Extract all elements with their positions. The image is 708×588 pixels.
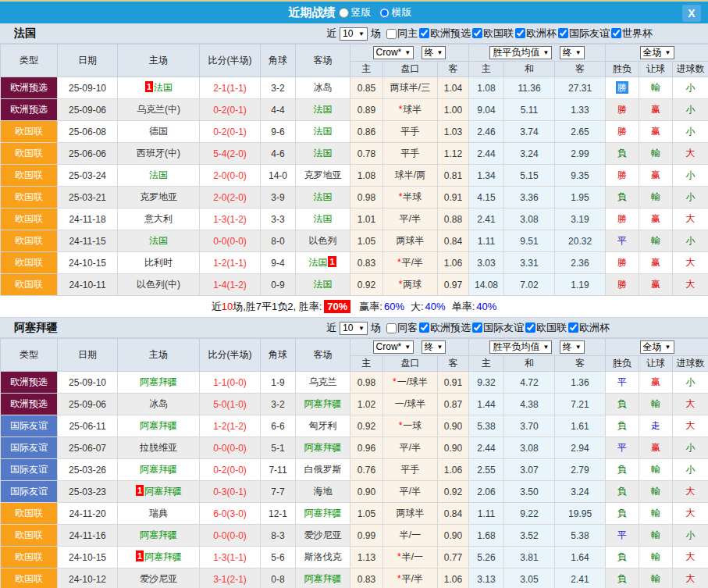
- same-venue-filter[interactable]: 同客: [385, 321, 418, 335]
- league-filter-checkbox[interactable]: [419, 323, 429, 333]
- league-filter[interactable]: 欧洲杯: [567, 321, 610, 335]
- same-venue-filter[interactable]: 同主: [385, 27, 418, 41]
- odds-company-value: Crow*: [376, 341, 402, 352]
- corner-cell: 3-9: [261, 187, 296, 208]
- same-venue-label: 同客: [397, 321, 418, 335]
- league-filter[interactable]: 欧洲杯: [514, 27, 557, 41]
- avg-select[interactable]: 胜平负均值▼: [489, 46, 552, 59]
- avg-final-value: 终: [563, 340, 572, 354]
- score-cell: 1-2(1-2): [200, 415, 261, 437]
- team-rank-badge: 1: [136, 485, 144, 496]
- team-name: 比利时: [144, 257, 173, 268]
- result-cell: 勝: [606, 165, 639, 187]
- match-row: 欧国联24-10-15比利时1-2(1-1)9-4法国10.83*平/半1.06…: [1, 252, 708, 274]
- col-score: 比分(半场): [200, 45, 261, 77]
- avg-final-select[interactable]: 终▼: [560, 46, 585, 59]
- home-odds-cell: 1.02: [350, 394, 383, 415]
- line-text: 两球半/三: [390, 82, 430, 93]
- line-text: 一/球半: [397, 376, 428, 387]
- match-row: 欧国联25-03-21克罗地亚2-0(2-0)3-9法国0.98*半球0.914…: [1, 187, 708, 208]
- line-text: 两球半: [397, 235, 425, 246]
- league-filter-checkbox[interactable]: [515, 28, 525, 38]
- layout-radio-vertical[interactable]: 竖版: [339, 5, 372, 20]
- france-section-header: 法国 近 10 ▼ 场 同主 欧洲预选欧国联欧洲杯国际友谊世界杯: [0, 23, 708, 44]
- date-cell: 25-09-06: [58, 394, 118, 415]
- league-filter[interactable]: 欧洲预选: [418, 321, 471, 335]
- vertical-radio[interactable]: [339, 8, 349, 18]
- avg-draw-cell: 3.05: [504, 568, 555, 588]
- odds-final-select[interactable]: 终▼: [422, 46, 447, 59]
- league-filter-checkbox[interactable]: [611, 28, 621, 38]
- league-filter[interactable]: 欧国联: [524, 321, 567, 335]
- result-cell: 負: [606, 415, 639, 437]
- team-name: 德国: [149, 126, 168, 137]
- match-row: 欧国联24-11-20瑞典6-0(3-0)12-1阿塞拜疆1.05两球半0.84…: [1, 503, 708, 525]
- close-icon[interactable]: X: [682, 5, 701, 22]
- sub-avg-draw: 和: [504, 62, 555, 77]
- line-text: 平/半: [400, 442, 421, 453]
- away-odds-cell: 1.06: [438, 459, 469, 481]
- same-venue-checkbox[interactable]: [386, 323, 397, 333]
- avg-away-cell: 1.95: [555, 187, 606, 208]
- home-team-cell: 以色列(中): [118, 274, 200, 296]
- league-filter[interactable]: 欧洲预选: [418, 27, 471, 41]
- league-filter-checkbox[interactable]: [472, 323, 482, 333]
- team-name: 阿塞拜疆: [304, 573, 342, 584]
- goals-cell-text: 大: [686, 573, 696, 584]
- league-filter[interactable]: 世界杯: [610, 27, 653, 41]
- match-count-value: 10: [343, 28, 353, 39]
- avg-select[interactable]: 胜平负均值▼: [489, 340, 552, 354]
- result-cell: 勝: [606, 77, 639, 99]
- avg-final-select[interactable]: 终▼: [560, 340, 585, 354]
- odds-final-select[interactable]: 终▼: [422, 340, 447, 354]
- league-filter-checkbox[interactable]: [568, 323, 578, 333]
- league-filter[interactable]: 国际友谊: [471, 321, 524, 335]
- away-odds-cell: 1.12: [438, 143, 469, 165]
- odds-company-select[interactable]: Crow*▼: [373, 340, 414, 354]
- corner-cell: 1-9: [261, 372, 296, 394]
- league-filter-checkbox[interactable]: [472, 28, 482, 38]
- result-cell-text: 負: [617, 191, 627, 202]
- match-count-select[interactable]: 10 ▼: [340, 27, 368, 41]
- horizontal-radio[interactable]: [379, 8, 390, 18]
- league-filter-checkbox[interactable]: [525, 323, 535, 333]
- league-filter-label: 欧国联: [536, 321, 567, 335]
- away-team-cell: 海地: [296, 481, 350, 503]
- layout-radio-horizontal[interactable]: 横版: [379, 5, 412, 20]
- goals-cell: 大: [673, 503, 708, 525]
- away-team-cell: 法国: [296, 143, 350, 165]
- line-text: 平/半: [400, 486, 421, 497]
- home-odds-cell: 1.05: [350, 230, 383, 252]
- fulltime-select[interactable]: 全场▼: [640, 46, 674, 59]
- handicap-result-cell-text: 輸: [651, 551, 660, 562]
- avg-away-cell: 1.36: [555, 372, 606, 394]
- handicap-line-cell: 平手: [383, 143, 438, 165]
- result-cell-text: 負: [617, 398, 627, 409]
- league-filter-checkbox[interactable]: [558, 28, 568, 38]
- league-cell: 欧国联: [1, 274, 58, 296]
- same-venue-checkbox[interactable]: [386, 29, 397, 39]
- azerbaijan-filters: 近 10 ▼ 场 同客 欧洲预选国际友谊欧国联欧洲杯: [326, 318, 610, 338]
- handicap-result-cell-text: 赢: [651, 213, 660, 224]
- avg-draw-cell: 5.11: [504, 99, 555, 121]
- odds-company-select[interactable]: Crow*▼: [373, 46, 414, 59]
- handicap-result-cell: 輸: [639, 77, 673, 99]
- away-odds-cell: 0.91: [438, 187, 469, 208]
- league-cell: 国际友谊: [1, 437, 58, 459]
- result-cell: 負: [606, 394, 639, 415]
- fulltime-select[interactable]: 全场▼: [640, 340, 674, 354]
- handicap-result-cell-text: 赢: [651, 257, 660, 268]
- goals-cell-text: 大: [686, 279, 696, 290]
- dropdown-arrow-icon: ▼: [404, 344, 411, 351]
- league-cell: 欧洲预选: [1, 394, 58, 415]
- league-cell: 欧洲预选: [1, 99, 58, 121]
- team-name: 阿塞拜疆: [304, 508, 342, 519]
- avg-away-cell: 2.94: [555, 437, 606, 459]
- league-filter[interactable]: 国际友谊: [557, 27, 610, 41]
- league-filter[interactable]: 欧国联: [471, 27, 514, 41]
- single-pct-value: 40%: [476, 301, 496, 312]
- away-team-cell: 白俄罗斯: [296, 459, 350, 481]
- match-count-select[interactable]: 10 ▼: [340, 322, 368, 335]
- league-filter-checkbox[interactable]: [419, 28, 429, 38]
- team-name: 法国: [314, 213, 333, 224]
